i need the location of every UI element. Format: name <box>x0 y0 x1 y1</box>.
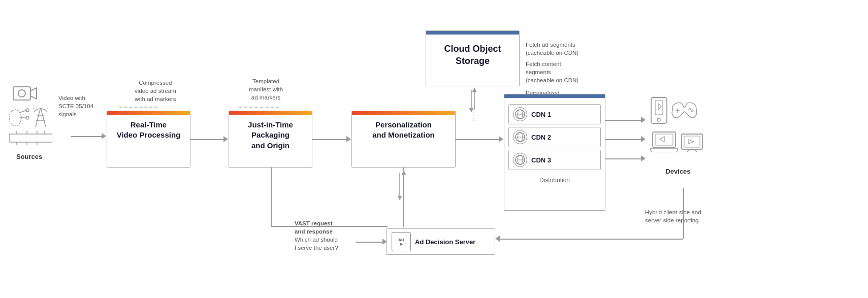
arrowhead-jit-personal <box>346 136 351 142</box>
tower-icon <box>33 108 48 127</box>
cdn3-label: CDN 3 <box>531 156 551 164</box>
sources-annotation: Video withSCTE 35/104signals <box>58 94 93 118</box>
arrow-dist-dev3 <box>605 158 644 159</box>
arrowhead-dist-dev2 <box>641 136 646 142</box>
ad-decision-box: AD ▶ Ad Decision Server <box>386 228 495 255</box>
distribution-label: Distribution <box>504 175 605 185</box>
arrow-personal-down <box>403 168 404 227</box>
arrowhead-vast-ad <box>382 239 387 245</box>
arrow-vast-ad <box>356 242 385 243</box>
dotted-v-1 <box>473 112 474 115</box>
network-icon <box>9 131 52 145</box>
distribution-box: CDN 1 CDN 2 CDN 3 Distribution <box>504 94 605 211</box>
svg-marker-41 <box>660 137 664 142</box>
arrowhead-hybrid <box>495 236 500 242</box>
svg-marker-44 <box>689 140 694 144</box>
just-in-time-box: Just-in-TimePackagingand Origin <box>229 111 312 168</box>
personal-header <box>352 111 455 115</box>
arrowhead-source-realtime <box>102 133 106 139</box>
svg-rect-0 <box>13 87 30 100</box>
ad-decision-label: Ad Decision Server <box>415 238 475 246</box>
annotation-fetch-ad: Fetch ad segments(cacheable on CDN) <box>526 41 578 57</box>
arrow-jit-down <box>271 168 272 226</box>
annotation-vast: VAST requestand responseWhich ad shouldI… <box>295 219 338 252</box>
satellite-icon <box>9 108 29 127</box>
personalization-box: Personalizationand Monetization <box>351 111 456 168</box>
arrow-dist-dev1 <box>605 120 644 121</box>
cdn3-item: CDN 3 <box>508 150 601 170</box>
storage-header <box>426 31 519 35</box>
cdn2-icon <box>513 130 527 144</box>
svg-point-2 <box>18 90 25 97</box>
arrow-dist-dev2 <box>605 139 644 140</box>
svg-line-8 <box>36 108 41 127</box>
svg-marker-1 <box>30 88 37 99</box>
real-time-box: Real-TimeVideo Processing <box>107 111 190 168</box>
annotation-fetch-content: Fetch contentsegments(cacheable on CDN) <box>526 60 578 84</box>
annotation-hybrid: Hybrid client-side andserver-side report… <box>645 208 716 224</box>
laptop-icon <box>650 131 678 152</box>
svg-marker-34 <box>658 104 661 110</box>
jit-header <box>229 111 312 115</box>
dotted-1 <box>119 107 157 108</box>
svg-point-37 <box>689 108 691 110</box>
arrowhead-dist-dev3 <box>641 155 646 161</box>
personal-label: Personalizationand Monetization <box>352 115 455 146</box>
svg-rect-12 <box>9 134 52 142</box>
arrow-source-to-realtime <box>71 136 104 137</box>
cdn1-item: CDN 1 <box>508 104 601 124</box>
ad-icon: AD ▶ <box>392 232 411 251</box>
svg-line-45 <box>687 150 689 152</box>
arrow-personal-dist <box>456 139 501 140</box>
arrow-hybrid-v <box>683 188 684 239</box>
arrow-hybrid-h <box>498 239 683 240</box>
double-arrow-ad <box>396 170 407 203</box>
arrowhead-personal-dist <box>499 136 503 142</box>
cloud-storage-box: Cloud ObjectStorage <box>426 30 520 86</box>
arrowhead-realtime-jit <box>223 136 228 142</box>
phone-icon <box>650 96 668 124</box>
svg-rect-33 <box>655 101 663 115</box>
svg-line-9 <box>41 108 46 127</box>
controller-icon <box>670 101 698 120</box>
dist-header <box>504 94 605 98</box>
arrow-realtime-jit <box>190 139 226 140</box>
dotted-v-2 <box>473 118 474 121</box>
cdn2-item: CDN 2 <box>508 127 601 147</box>
annotation-templated: Templatedmanifest withad markers <box>249 77 283 102</box>
cdn1-label: CDN 1 <box>531 111 551 118</box>
real-time-header <box>107 111 190 115</box>
jit-label: Just-in-TimePackagingand Origin <box>229 115 312 156</box>
real-time-label: Real-TimeVideo Processing <box>107 115 190 146</box>
sources-label: Sources <box>16 152 42 161</box>
cdn1-icon <box>513 107 527 121</box>
svg-line-46 <box>695 150 697 152</box>
cdn2-label: CDN 2 <box>531 134 551 141</box>
tv-icon <box>681 133 703 152</box>
dotted-2 <box>239 107 279 108</box>
svg-rect-31 <box>651 97 667 123</box>
svg-point-38 <box>691 110 693 112</box>
annotation-compressed: Compressedvideo ad streamwith ad markers <box>135 79 176 103</box>
camera-icon <box>9 84 37 103</box>
arrow-jit-personal <box>312 139 349 140</box>
svg-rect-43 <box>684 136 700 147</box>
arrowhead-dist-dev1 <box>641 117 646 123</box>
svg-point-32 <box>657 118 660 121</box>
devices-label: Devices <box>648 168 709 175</box>
architecture-diagram: { "title": "AWS Media Services Architect… <box>0 0 868 298</box>
storage-label: Cloud ObjectStorage <box>426 35 519 76</box>
cdn3-icon <box>513 153 527 167</box>
double-arrow-storage <box>468 87 478 113</box>
